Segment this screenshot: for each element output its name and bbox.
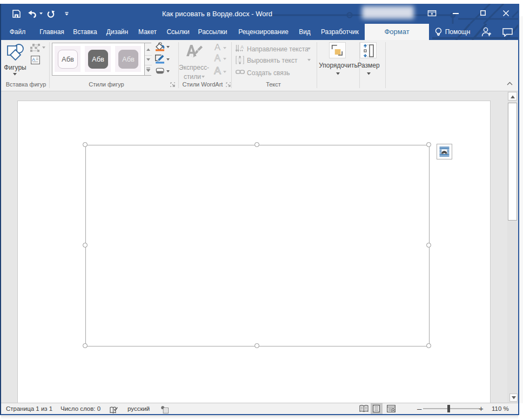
svg-text:A: A <box>214 54 221 62</box>
svg-text:A: A <box>214 66 221 75</box>
svg-text:A: A <box>214 43 221 51</box>
svg-text:A: A <box>32 57 35 62</box>
svg-text:A: A <box>240 45 244 50</box>
